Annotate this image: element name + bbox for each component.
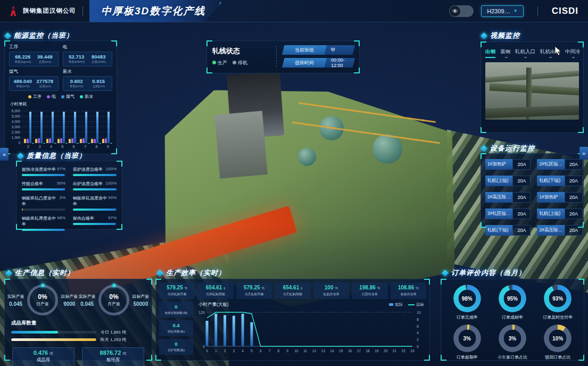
dashed-divider xyxy=(276,46,277,67)
legend-item: 电 xyxy=(47,94,56,99)
device-label: 1#加热炉 xyxy=(537,192,564,203)
energy-value-label: 总耗(m³) xyxy=(89,84,109,88)
order-donut: 93%订单及时交付率 xyxy=(536,285,579,320)
energy-panel: 工序68.226单耗(kgce/t)39.449总耗(tce)电52.713单耗… xyxy=(4,40,117,154)
energy-group-name: 电 xyxy=(63,44,112,51)
stat-label: 当天轧制周期 xyxy=(277,292,309,296)
efficiency-panel-title-text: 生产效率（实时） xyxy=(166,268,226,278)
svg-text:8: 8 xyxy=(277,349,279,353)
x-tick-label: 9 xyxy=(107,144,109,149)
device-current-value: 20A xyxy=(512,192,531,203)
production-panel: 实际产量 0.045 0%日产量 目标产量 9000 实际产量 0.045 0%… xyxy=(4,279,152,361)
device-current-value: 20A xyxy=(512,209,531,219)
gridline: 4,000 xyxy=(22,121,112,122)
day-output-gauge: 0%日产量 xyxy=(27,285,58,315)
energy-group: 电52.713单耗(kWh/t)80483总耗(kWh) xyxy=(63,44,112,66)
quality-metric: 性能合格率99% xyxy=(22,181,65,190)
donut-label: 驳回订单占比 xyxy=(536,354,579,360)
video-panel-title: 视频监控 xyxy=(482,31,520,40)
stat-label: 在炉坯数(块) xyxy=(161,348,191,352)
stat-value: 579.25 % xyxy=(160,285,194,290)
energy-total-consumption: 80483总耗(kWh) xyxy=(88,54,110,64)
device-item: 轧机(上辊)20A xyxy=(485,176,531,186)
scene-drum xyxy=(372,134,402,164)
diamond-icon xyxy=(442,270,449,277)
device-current-value: 20A xyxy=(512,159,531,170)
diamond-icon xyxy=(17,153,24,160)
legend-dot-icon xyxy=(47,95,50,98)
quality-metric: 探伤合格率97% xyxy=(73,215,117,231)
x-tick-label: 6 xyxy=(73,144,75,149)
order-donut: 3%订单超期率 xyxy=(445,325,488,360)
production-panel-title-text: 生产信息（实时） xyxy=(15,268,74,278)
energy-group-values: 0.602单耗(m³/t)0.915总耗(m³) xyxy=(63,76,112,91)
hourly-output-chart-title: 小时产量(大板) xyxy=(198,302,229,308)
svg-text:11: 11 xyxy=(303,349,307,353)
devices-panel: 1#加热炉20A2#轧区辊…20A轧机(上辊)20A轧机(下辊)20A2#高压除… xyxy=(481,153,584,228)
energy-value: 39.449 xyxy=(34,54,56,60)
order-donut: 98%订单完成率 xyxy=(445,285,488,320)
legend-item: 煤气 xyxy=(61,94,74,99)
camera-tab-1[interactable]: 出钢 xyxy=(485,48,495,58)
visibility-toggle[interactable]: 👁 xyxy=(449,5,474,17)
device-current-value: 20A xyxy=(565,159,583,170)
x-tick-label: 7 xyxy=(84,144,86,149)
quality-progress-track xyxy=(22,209,65,211)
device-item: 1#加热炉20A xyxy=(485,159,531,170)
header-bar: 陕钢集团汉钢公司 中厚板3D数字化产线 👁 H2309… ▼ CISDI xyxy=(0,0,588,22)
line-status-title: 轧线状态 xyxy=(212,46,270,56)
stat-label: 日历作业率 xyxy=(354,292,386,296)
energy-value-label: 单耗(kWh/t) xyxy=(67,60,86,64)
energy-group: 新水0.602单耗(m³/t)0.915总耗(m³) xyxy=(63,69,112,91)
energy-value: 0.602 xyxy=(65,78,88,84)
donut-value: 3% xyxy=(453,325,481,352)
camera-feed[interactable] xyxy=(485,62,579,120)
quality-metric-value: 99% xyxy=(57,181,65,187)
camera-tab-5[interactable]: 中间冷 xyxy=(565,48,581,58)
quality-progress-fill xyxy=(73,174,117,176)
heat-number-dropdown[interactable]: H2309… ▼ xyxy=(481,5,523,17)
stat-label: 当班轧制周期 xyxy=(200,292,231,296)
quality-metric-header: 钢板终轧厚度命中率98% xyxy=(22,215,65,227)
svg-text:9: 9 xyxy=(286,349,288,353)
svg-text:10: 10 xyxy=(417,311,421,314)
quality-metric-value: 99% xyxy=(108,195,117,207)
energy-unit-consumption: 0.602单耗(m³/t) xyxy=(65,78,88,89)
svg-text:2: 2 xyxy=(417,338,419,342)
quality-metric-header: 钢板终轧凸度命中率3% xyxy=(22,195,65,207)
camera-tab-3[interactable]: 轧机入口 xyxy=(515,48,535,58)
target-output-month: 目标产量 50000 xyxy=(132,294,149,307)
quality-metric-list: 超快冷温度命中率97%装炉温度合格率100%性能合格率99%出炉温度合格率100… xyxy=(16,161,122,236)
stat-label: 当前轧制块数(块) xyxy=(161,311,191,315)
donut-value: 3% xyxy=(499,325,526,352)
device-item: 2#轧区辊…20A xyxy=(485,209,531,219)
legend-item: 新水 xyxy=(80,94,93,99)
y-tick-label: 6,000 xyxy=(12,109,20,113)
energy-value-label: 总耗(tce) xyxy=(35,60,55,64)
svg-text:23: 23 xyxy=(410,349,415,353)
legend-item: 工序 xyxy=(28,94,42,99)
stat-value: 198.86 % xyxy=(352,285,387,290)
efficiency-stat: 198.86 %日历作业率 xyxy=(352,282,387,299)
title-slash-decoration xyxy=(214,2,221,20)
quality-metric-label: 探伤合格率 xyxy=(73,215,94,221)
stat-value: 654.61 s xyxy=(275,285,310,290)
left-panel-collapse-handle[interactable]: « xyxy=(0,148,9,161)
gridline: 3,000 xyxy=(22,127,112,127)
gray-dot-icon xyxy=(233,61,236,64)
y-tick-label: 1,000 xyxy=(12,136,20,139)
slab-store-total: 8876.72 吨 板坯库 xyxy=(82,347,144,366)
quality-metric: 钢板终轧厚度命中率98% xyxy=(22,215,65,231)
quality-panel-title: 质量信息（当班） xyxy=(18,151,86,161)
energy-panel-title: 能源监控（当班） xyxy=(5,31,73,40)
quality-metric: 钢板终轧凸度命中率3% xyxy=(22,195,65,211)
donut-label: 订单成材率 xyxy=(491,314,534,320)
quality-progress-fill xyxy=(22,209,23,211)
camera-tab-2[interactable]: 装钢 xyxy=(500,48,510,58)
y-tick-label: 2,000 xyxy=(12,130,20,134)
energy-group-values: 52.713单耗(kWh/t)80483总耗(kWh) xyxy=(63,52,112,66)
quality-metric: 钢板终轧温度命中率99% xyxy=(73,195,117,211)
right-panel-collapse-handle[interactable]: » xyxy=(579,147,588,160)
energy-chart-x-axis: 23456789 xyxy=(24,144,112,149)
quality-metric-label: 性能合格率 xyxy=(22,181,43,187)
